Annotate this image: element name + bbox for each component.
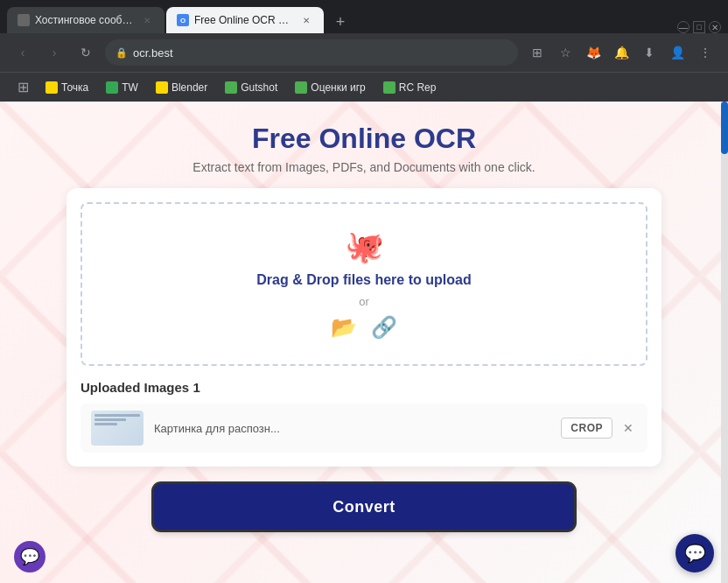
profile-icon[interactable]: 👤 [665,40,690,65]
drop-zone[interactable]: 🐙 Drag & Drop files here to upload or 📂 … [80,202,648,366]
nav-actions: ⊞ ☆ 🦊 🔔 ⬇ 👤 ⋮ [525,40,718,65]
maximize-button[interactable]: □ [693,21,705,33]
support-icon: 💬 [20,547,39,566]
uploaded-section: Uploaded Images 1 Картинка для распозн..… [80,380,648,453]
drop-text: Drag & Drop files here to upload [100,272,628,288]
bookmark-tochka-label: Точка [61,81,88,94]
thumb-line-2 [94,418,126,421]
scrollbar-track [721,102,728,583]
convert-button[interactable]: Convert [154,484,574,530]
image-filename: Картинка для распозн... [154,422,561,435]
thumb-line-3 [94,423,117,425]
hosting-tab[interactable]: Хостинговое сообщество «Ti» ✕ [7,7,164,33]
upload-card: 🐙 Drag & Drop files here to upload or 📂 … [66,188,662,467]
scrollbar-thumb[interactable] [721,102,728,154]
close-button[interactable]: ✕ [709,21,721,33]
bookmark-tw[interactable]: TW [99,78,145,97]
tab-bar: Хостинговое сообщество «Ti» ✕ O Free Onl… [0,0,728,33]
tw-icon [106,81,118,94]
upload-file-button[interactable]: 📂 [331,315,357,340]
image-thumbnail [91,411,144,446]
bookmark-rc-rep[interactable]: RC Rep [376,78,444,97]
bookmark-blender[interactable]: Blender [149,78,214,97]
upload-link-button[interactable]: 🔗 [371,315,397,340]
uploaded-header: Uploaded Images 1 [80,380,648,395]
bookmark-gutshot-label: Gutshot [241,81,277,94]
drop-icon: 🐙 [100,228,628,265]
bookmark-tw-label: TW [122,81,138,94]
image-item: Картинка для распозн... CROP ✕ [80,404,648,453]
thumb-line-1 [94,414,140,417]
blender-icon [156,81,168,94]
ocr-tab[interactable]: O Free Online OCR Converter – C ✕ [166,7,324,33]
bookmark-gutshot[interactable]: Gutshot [218,78,284,97]
minimize-button[interactable]: — [677,21,690,33]
bookmark-games[interactable]: Оценки игр [288,78,372,97]
support-bubble-button[interactable]: 💬 [14,541,46,572]
menu-icon[interactable]: ⋮ [693,40,718,65]
address-bar[interactable]: 🔒 ocr.best [105,39,518,66]
drop-or-label: or [100,295,628,308]
bookmark-games-label: Оценки игр [311,81,365,94]
browser-extension-icon[interactable]: 🦊 [581,40,606,65]
ocr-tab-close[interactable]: ✕ [299,13,313,27]
games-icon [295,81,307,94]
address-text: ocr.best [133,46,173,60]
bookmark-blender-label: Blender [172,81,207,94]
thumb-placeholder [91,411,144,446]
hosting-tab-label: Хостинговое сообщество «Ti» [35,14,133,26]
browser-chrome: Хостинговое сообщество «Ti» ✕ O Free Onl… [0,0,728,102]
convert-section: Convert [154,484,574,530]
remove-image-button[interactable]: ✕ [620,419,637,437]
bookmark-tochka[interactable]: Точка [38,78,95,97]
gutshot-icon [225,81,237,94]
page-content: Free Online OCR Extract text from Images… [0,102,728,583]
apps-button[interactable]: ⊞ [10,75,35,100]
page-subtitle: Extract text from Images, PDFs, and Docu… [192,160,535,174]
drop-actions: 📂 🔗 [100,315,628,340]
translate-icon[interactable]: ⊞ [525,40,550,65]
chat-icon: 💬 [684,543,706,564]
nav-bar: ‹ › ↻ 🔒 ocr.best ⊞ ☆ 🦊 🔔 ⬇ 👤 ⋮ [0,33,728,72]
hosting-tab-close[interactable]: ✕ [140,13,154,27]
forward-button[interactable]: › [42,40,66,65]
chat-bubble-button[interactable]: 💬 [676,534,714,572]
page-title: Free Online OCR [192,123,535,155]
reload-button[interactable]: ↻ [74,40,98,65]
bookmark-star-icon[interactable]: ☆ [553,40,578,65]
back-button[interactable]: ‹ [10,40,35,65]
download-icon[interactable]: ⬇ [637,40,662,65]
uploaded-count: 1 [192,380,200,395]
lock-icon: 🔒 [116,47,128,59]
hosting-tab-icon [18,14,30,26]
ocr-tab-label: Free Online OCR Converter – C [194,14,292,26]
crop-button[interactable]: CROP [561,418,612,439]
rc-icon [383,81,396,94]
uploaded-label: Uploaded Images [80,380,189,395]
notification-icon[interactable]: 🔔 [609,40,634,65]
bookmarks-bar: ⊞ Точка TW Blender Gutshot Оценки игр RC… [0,72,728,102]
bookmark-rc-label: RC Rep [399,81,437,94]
ocr-tab-icon: O [177,14,189,26]
header-section: Free Online OCR Extract text from Images… [192,102,535,188]
folder-icon [46,81,58,94]
new-tab-button[interactable]: + [329,11,352,33]
